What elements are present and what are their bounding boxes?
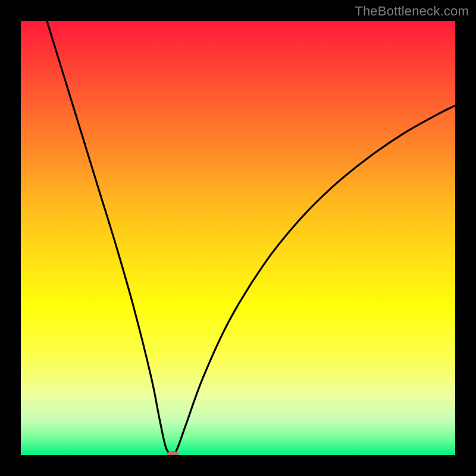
watermark-text: TheBottleneck.com: [355, 4, 469, 19]
chart-plot-area: [21, 21, 455, 455]
chart-svg: [21, 21, 455, 455]
chart-frame: TheBottleneck.com: [0, 0, 476, 476]
bottleneck-curve: [47, 21, 455, 453]
